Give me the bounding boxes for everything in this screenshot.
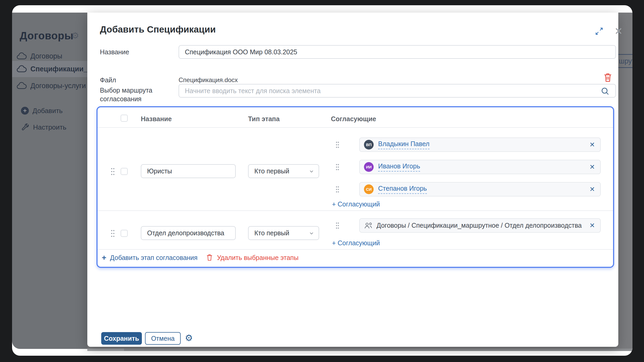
delete-stages-link[interactable]: Удалить выбранные этапы xyxy=(217,254,298,262)
route-search-input[interactable] xyxy=(179,84,616,98)
column-header-approvers: Согласующие xyxy=(331,115,376,123)
plus-circle-icon: + xyxy=(21,107,29,115)
sidebar-configure-label: Настроить xyxy=(33,123,66,131)
avatar: СИ xyxy=(364,184,374,194)
sidebar-add-button[interactable]: + Добавить xyxy=(12,105,63,116)
sidebar-item-label: Спецификации_мар xyxy=(30,65,87,73)
approver-group-path: Договоры / Спецификации_маршрутное / Отд… xyxy=(377,222,582,229)
stage-type-select[interactable]: Кто первый xyxy=(248,164,319,178)
approver-chip: ВП Владыкин Павел ✕ xyxy=(359,137,601,152)
delete-stages-trash-icon xyxy=(206,254,213,262)
chevron-down-icon xyxy=(309,168,314,174)
settings-gear-icon[interactable]: ⚙ xyxy=(185,333,193,343)
divider xyxy=(98,249,613,250)
avatar: ИИ xyxy=(364,162,374,172)
background-table-fragment: шрут xyxy=(619,57,632,65)
background-scrollbar-thumb[interactable] xyxy=(87,349,124,351)
divider xyxy=(98,210,613,211)
search-icon[interactable] xyxy=(601,87,610,97)
expand-icon[interactable] xyxy=(595,27,603,35)
approver-drag-handle[interactable] xyxy=(336,164,339,172)
stage-name-input[interactable] xyxy=(141,226,236,240)
add-stage-link[interactable]: Добавить этап согласования xyxy=(110,254,198,262)
stage-name-input[interactable] xyxy=(141,164,236,178)
sidebar-configure-button[interactable]: Настроить xyxy=(12,121,66,133)
sidebar: Договоры ⚙ Договоры Спецификации_мар Дог… xyxy=(12,13,87,349)
stage-type-select[interactable]: Кто первый xyxy=(248,226,319,240)
name-input[interactable] xyxy=(179,45,616,59)
stage-type-value: Кто первый xyxy=(254,229,289,237)
approver-chip: СИ Степанов Игорь ✕ xyxy=(359,182,601,196)
row-drag-handle[interactable] xyxy=(111,230,115,238)
group-icon xyxy=(364,222,373,230)
approver-name-link[interactable]: Владыкин Павел xyxy=(378,140,430,149)
add-approver-label: Согласующий xyxy=(338,200,380,208)
background-table-border xyxy=(618,67,632,68)
approver-drag-handle[interactable] xyxy=(336,141,339,149)
cloud-icon xyxy=(17,52,27,60)
row-checkbox[interactable] xyxy=(121,230,128,237)
approver-drag-handle[interactable] xyxy=(336,186,339,194)
stage-type-value: Кто первый xyxy=(254,167,289,175)
plus-icon: + xyxy=(102,254,106,262)
modal-title: Добавить Спецификации xyxy=(100,24,216,35)
sidebar-gear-icon[interactable]: ⚙ xyxy=(71,30,79,41)
sidebar-title: Договоры xyxy=(20,30,73,42)
avatar: ВП xyxy=(364,140,374,150)
name-field-label: Название xyxy=(100,48,129,56)
sidebar-item-label: Договоры xyxy=(30,52,62,60)
save-button[interactable]: Сохранить xyxy=(101,332,142,345)
approver-group-chip: Договоры / Спецификации_маршрутное / Отд… xyxy=(359,218,601,233)
add-approver-label: Согласующий xyxy=(338,239,380,247)
column-header-name: Название xyxy=(141,115,172,123)
sidebar-item-specifikacii[interactable]: Спецификации_мар xyxy=(12,61,87,77)
wrench-icon xyxy=(21,123,29,131)
approver-name-link[interactable]: Иванов Игорь xyxy=(378,162,420,172)
file-name-value: Спецификация.docx xyxy=(179,76,238,84)
cancel-button[interactable]: Отмена xyxy=(145,332,181,345)
approver-drag-handle[interactable] xyxy=(336,222,339,230)
chevron-down-icon xyxy=(309,230,314,236)
cloud-icon xyxy=(17,82,27,90)
remove-approver-icon[interactable]: ✕ xyxy=(589,222,595,229)
delete-file-trash-icon[interactable] xyxy=(603,72,613,83)
row-drag-handle[interactable] xyxy=(111,168,115,177)
select-all-checkbox[interactable] xyxy=(121,115,128,122)
route-field-label: Выбор маршрута согласования xyxy=(100,86,171,103)
column-header-stage-type: Тип этапа xyxy=(248,115,280,123)
sidebar-item-label: Договоры-услуги xyxy=(30,82,86,90)
sidebar-item-dogovory-uslugi[interactable]: Договоры-услуги xyxy=(12,78,87,94)
background-scrollbar-track xyxy=(87,349,632,351)
divider xyxy=(98,127,613,128)
remove-approver-icon[interactable]: ✕ xyxy=(589,141,595,148)
file-field-label: Файл xyxy=(100,76,116,84)
sidebar-add-label: Добавить xyxy=(33,107,63,115)
close-icon[interactable]: ✕ xyxy=(614,26,623,36)
remove-approver-icon[interactable]: ✕ xyxy=(589,186,595,193)
approver-chip: ИИ Иванов Игорь ✕ xyxy=(359,160,601,174)
background-table-border xyxy=(618,54,632,55)
add-approver-link[interactable]: + Согласующий xyxy=(332,239,380,247)
add-specification-modal: Добавить Спецификации ✕ Название Файл Сп… xyxy=(87,13,618,347)
remove-approver-icon[interactable]: ✕ xyxy=(589,164,595,170)
cloud-icon xyxy=(17,65,27,73)
row-checkbox[interactable] xyxy=(121,168,128,175)
add-approver-link[interactable]: + Согласующий xyxy=(332,200,380,208)
approver-name-link[interactable]: Степанов Игорь xyxy=(378,185,427,194)
approval-stages-container: Название Тип этапа Согласующие Кто первы… xyxy=(96,106,614,268)
